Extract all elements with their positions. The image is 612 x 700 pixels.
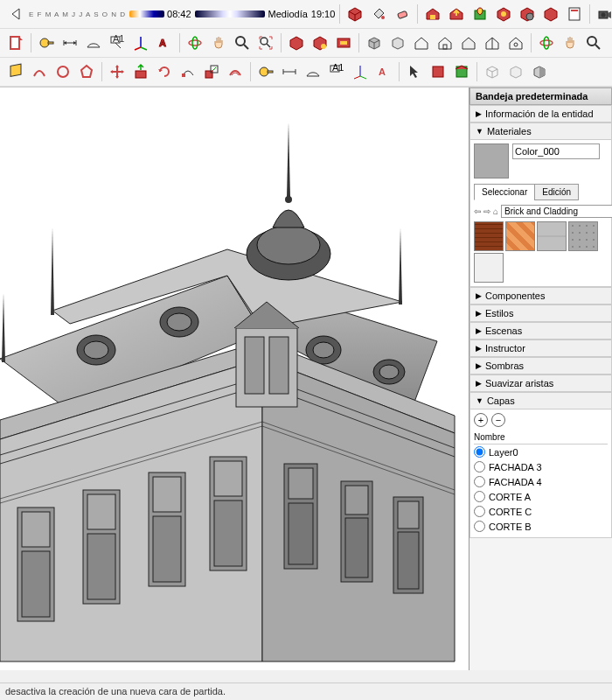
scale-icon[interactable]	[201, 61, 222, 82]
ext4-icon[interactable]	[333, 32, 354, 53]
remove-layer-button[interactable]: −	[491, 413, 505, 427]
mat-home-icon[interactable]: ⌂	[493, 204, 498, 218]
house1-icon[interactable]	[411, 32, 432, 53]
rotate-icon[interactable]	[154, 61, 175, 82]
layer-radio[interactable]	[474, 461, 485, 472]
pushpull-icon[interactable]	[130, 61, 151, 82]
eraser-icon[interactable]	[392, 4, 413, 24]
layout-icon[interactable]	[564, 4, 585, 24]
section-plane-icon[interactable]	[5, 61, 26, 82]
time-start: 08:42	[167, 9, 191, 19]
panel-scenes[interactable]: ▶Escenas	[469, 322, 612, 340]
material-thumb-white[interactable]	[474, 253, 504, 283]
layer-radio[interactable]	[474, 446, 485, 458]
solid-box-icon[interactable]	[364, 32, 385, 53]
extension-gear-icon[interactable]	[517, 4, 538, 24]
house2-icon[interactable]	[435, 32, 456, 53]
mat-back-icon[interactable]: ⇦	[474, 204, 481, 218]
house3-icon[interactable]	[458, 32, 479, 53]
wireframe-icon[interactable]	[482, 61, 503, 82]
material-thumb-brick[interactable]	[474, 221, 504, 251]
shaded-icon[interactable]	[529, 61, 550, 82]
zoom-icon[interactable]	[232, 32, 253, 53]
hidden-icon[interactable]	[505, 61, 526, 82]
axes2-icon[interactable]	[350, 61, 371, 82]
pan2-icon[interactable]	[560, 32, 581, 53]
panel-styles[interactable]: ▶Estilos	[469, 304, 612, 322]
tape2-icon[interactable]	[255, 61, 276, 82]
date-slider[interactable]: E F M A M J J A S O N D	[29, 10, 164, 18]
material-name-input[interactable]	[512, 144, 600, 159]
layer-row[interactable]: FACHADA 3	[474, 459, 608, 474]
svg-point-77	[379, 365, 399, 379]
dimension-icon[interactable]	[59, 32, 80, 53]
paint-bucket-icon[interactable]	[368, 4, 389, 24]
layer-radio[interactable]	[474, 521, 485, 532]
extension-red-icon[interactable]	[493, 4, 514, 24]
circle-red-icon[interactable]	[52, 61, 73, 82]
model-viewport[interactable]	[0, 88, 469, 670]
house5-icon[interactable]	[505, 32, 526, 53]
layer-radio[interactable]	[474, 476, 485, 487]
panel-soften[interactable]: ▶Suavizar aristas	[469, 374, 612, 392]
select-icon[interactable]	[404, 61, 425, 82]
zoom-extents-icon[interactable]	[255, 32, 276, 53]
time-slider[interactable]: 08:42 Mediodía 19:10	[167, 9, 335, 19]
panel-materials[interactable]: ▼Materiales	[469, 122, 612, 140]
layer-radio[interactable]	[474, 491, 485, 502]
dim2-icon[interactable]	[279, 61, 300, 82]
prev-scene-icon[interactable]	[5, 4, 26, 24]
offset-icon[interactable]	[225, 61, 246, 82]
add-layer-button[interactable]: +	[474, 413, 488, 427]
camera-icon[interactable]	[595, 4, 612, 24]
arc-red-icon[interactable]	[29, 61, 50, 82]
polygon-red-icon[interactable]	[76, 61, 97, 82]
ext2-icon[interactable]	[286, 32, 307, 53]
text2-icon[interactable]: A1	[326, 61, 347, 82]
ext3-icon[interactable]	[309, 32, 330, 53]
3dtext2-icon[interactable]: A	[373, 61, 394, 82]
warehouse-icon[interactable]	[422, 4, 443, 24]
geolocation-icon[interactable]	[469, 4, 490, 24]
solid-box2-icon[interactable]	[387, 32, 408, 53]
panel-entity-info[interactable]: ▶Información de la entidad	[469, 105, 612, 122]
layer-radio[interactable]	[474, 506, 485, 517]
warehouse-share-icon[interactable]	[446, 4, 467, 24]
materials-tab-edit[interactable]: Edición	[534, 184, 579, 200]
orbit2-icon[interactable]	[536, 32, 557, 53]
materials-tab-select[interactable]: Seleccionar	[474, 184, 535, 200]
style-green-icon[interactable]	[451, 61, 472, 82]
protractor-icon[interactable]	[83, 32, 104, 53]
material-thumb-tile[interactable]	[505, 221, 535, 251]
pan-icon[interactable]	[208, 32, 229, 53]
3dtext-icon[interactable]: A	[154, 32, 175, 53]
tape-icon[interactable]	[36, 32, 57, 53]
material-collection-input[interactable]	[501, 205, 612, 218]
style-red-icon[interactable]	[428, 61, 449, 82]
orbit-icon[interactable]	[184, 32, 205, 53]
axes-icon[interactable]	[130, 32, 151, 53]
panel-instructor[interactable]: ▶Instructor	[469, 340, 612, 357]
layer-row[interactable]: Layer0	[474, 444, 608, 459]
move-icon[interactable]	[107, 61, 128, 82]
layer-row[interactable]: CORTE A	[474, 489, 608, 504]
new-file-icon[interactable]	[5, 32, 26, 53]
panel-components[interactable]: ▶Componentes	[469, 287, 612, 304]
mat-forward-icon[interactable]: ⇨	[483, 204, 490, 218]
followme-icon[interactable]	[177, 61, 198, 82]
protractor2-icon[interactable]	[303, 61, 323, 82]
panel-layers[interactable]: ▼Capas	[469, 392, 612, 410]
current-material-swatch[interactable]	[474, 144, 509, 178]
component-icon[interactable]	[344, 4, 365, 24]
extension-manager-icon[interactable]	[540, 4, 561, 24]
material-thumb-stone[interactable]	[568, 221, 598, 251]
svg-point-1	[381, 16, 385, 19]
text-icon[interactable]: A1	[107, 32, 128, 53]
material-thumb-block[interactable]	[537, 221, 567, 251]
panel-shadows[interactable]: ▶Sombras	[469, 357, 612, 374]
layer-row[interactable]: FACHADA 4	[474, 474, 608, 489]
zoom2-icon[interactable]	[583, 32, 604, 53]
layer-row[interactable]: CORTE C	[474, 504, 608, 519]
layer-row[interactable]: CORTE B	[474, 519, 608, 534]
house4-icon[interactable]	[482, 32, 503, 53]
